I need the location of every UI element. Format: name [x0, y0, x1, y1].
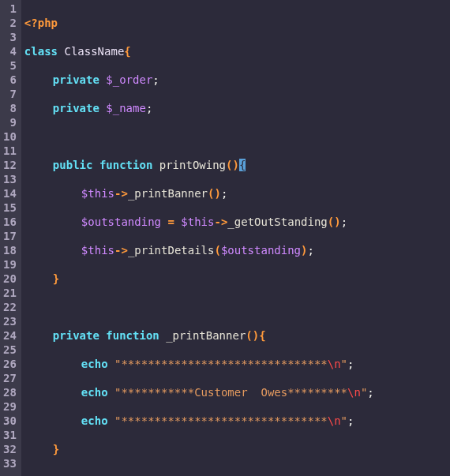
code-line[interactable]: <?php [24, 16, 374, 30]
line-number: 15 [3, 201, 17, 215]
cursor: { [239, 159, 246, 171]
kw-function: function [106, 329, 159, 342]
code-line[interactable]: class ClassName{ [24, 44, 374, 58]
line-number: 5 [3, 58, 17, 73]
line-number: 1 [3, 2, 17, 16]
code-line[interactable] [24, 470, 374, 476]
line-number: 2 [3, 16, 17, 30]
escape: \n [328, 414, 341, 427]
var: $outstanding [221, 244, 301, 257]
line-number: 8 [3, 101, 17, 115]
kw-echo: echo [81, 358, 108, 370]
line-number: 28 [3, 385, 17, 399]
code-line[interactable]: } [24, 442, 374, 456]
kw-private: private [53, 73, 99, 86]
code-line[interactable]: public function printOwing(){ [24, 158, 374, 172]
code-line[interactable]: private $_order; [24, 73, 374, 87]
line-number-gutter: 1 2 3 4 5 6 7 8 9 10 11 12 13 14 15 16 1… [0, 0, 21, 476]
var: $this [81, 244, 114, 257]
line-number: 11 [3, 144, 17, 158]
line-number: 27 [3, 371, 17, 385]
var: $this [181, 216, 214, 228]
line-number: 20 [3, 272, 17, 286]
line-number: 18 [3, 243, 17, 257]
line-number: 6 [3, 73, 17, 87]
line-number: 30 [3, 414, 17, 428]
kw-class: class [24, 45, 58, 58]
code-line[interactable]: $outstanding = $this->_getOutStanding(); [24, 215, 374, 229]
brace-open: { [124, 45, 130, 58]
line-number: 10 [3, 129, 17, 144]
line-number: 4 [3, 44, 17, 58]
line-number: 21 [3, 286, 17, 300]
code-line[interactable]: $this->_printBanner(); [24, 186, 374, 201]
code-line[interactable]: echo "*******************************\n"… [24, 414, 374, 428]
line-number: 29 [3, 399, 17, 414]
line-number: 7 [3, 87, 17, 101]
escape: \n [347, 386, 361, 399]
string: " [341, 358, 347, 370]
kw-private: private [53, 102, 99, 114]
fn-name: _printBanner [166, 329, 246, 342]
method: _printBanner [128, 187, 208, 200]
code-line[interactable]: echo "***********Customer Owes*********\… [24, 385, 374, 399]
code-line[interactable]: } [24, 272, 374, 286]
line-number: 32 [3, 442, 17, 456]
string: " [341, 414, 347, 427]
line-number: 31 [3, 428, 17, 442]
code-line[interactable] [24, 129, 374, 144]
line-number: 16 [3, 215, 17, 229]
line-number: 3 [3, 30, 17, 44]
line-number: 13 [3, 172, 17, 186]
fn-name: printOwing [159, 159, 226, 171]
code-line[interactable] [24, 300, 374, 314]
var: $_name [106, 102, 146, 114]
line-number: 14 [3, 186, 17, 201]
string: "******************************* [114, 414, 328, 427]
php-open-tag: <?php [24, 17, 58, 29]
line-number: 19 [3, 257, 17, 272]
line-number: 12 [3, 158, 17, 172]
kw-function: function [99, 159, 152, 171]
var: $outstanding [81, 216, 161, 228]
line-number: 33 [3, 456, 17, 470]
code-editor[interactable]: 1 2 3 4 5 6 7 8 9 10 11 12 13 14 15 16 1… [0, 0, 450, 476]
line-number: 25 [3, 343, 17, 357]
line-number: 22 [3, 300, 17, 314]
line-number: 23 [3, 314, 17, 328]
line-number: 24 [3, 328, 17, 343]
escape: \n [328, 358, 341, 370]
line-number: 9 [3, 115, 17, 129]
code-line[interactable]: private $_name; [24, 101, 374, 115]
kw-echo: echo [81, 414, 108, 427]
method: _getOutStanding [227, 216, 327, 228]
string: "******************************* [114, 358, 328, 370]
class-name: ClassName [64, 45, 124, 58]
code-area[interactable]: <?php class ClassName{ private $_order; … [21, 0, 374, 476]
method: _printDetails [128, 244, 215, 257]
kw-public: public [53, 159, 93, 171]
kw-echo: echo [81, 386, 108, 399]
var: $_order [106, 73, 152, 86]
code-line[interactable]: echo "*******************************\n"… [24, 357, 374, 371]
string: "***********Customer Owes********* [114, 386, 347, 399]
kw-private: private [53, 329, 99, 342]
code-line[interactable]: $this->_printDetails($outstanding); [24, 243, 374, 257]
line-number: 17 [3, 229, 17, 243]
var: $this [81, 187, 114, 200]
line-number: 26 [3, 357, 17, 371]
code-line[interactable]: private function _printBanner(){ [24, 328, 374, 343]
